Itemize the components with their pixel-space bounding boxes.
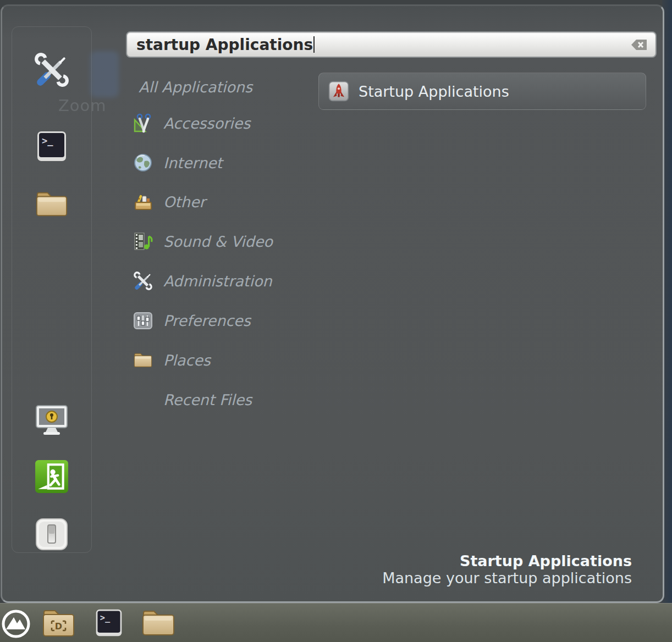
category-recent-files[interactable]: Recent Files [163,389,252,410]
category-internet[interactable]: Internet [133,152,222,173]
globe-icon [133,153,153,173]
filmstrip-note-icon [133,231,153,251]
desktop-folder-button[interactable]: D [41,607,76,639]
terminal-button[interactable]: >_ [36,130,67,162]
svg-text:>_: >_ [100,613,111,623]
folder-icon [35,189,69,219]
selection-info: Startup Applications Manage your startup… [382,552,632,586]
result-startup-applications[interactable]: Startup Applications [318,73,646,110]
category-other[interactable]: Other [133,191,206,212]
category-sound-video[interactable]: Sound & Video [133,231,273,252]
search-input[interactable]: startup Applications [126,31,657,58]
favorites-sidebar: >_ [12,26,92,553]
search-value: startup Applications [136,36,313,54]
accessories-icon [133,113,153,133]
desktop-folder-icon: D [41,607,76,639]
wrench-screwdriver-icon [133,271,153,291]
logout-button[interactable] [35,460,69,495]
svg-text:D: D [55,621,62,632]
terminal-icon: >_ [36,130,67,162]
menu-button[interactable] [1,608,32,639]
folder-icon [141,608,176,638]
category-administration[interactable]: Administration [133,270,272,291]
terminal-icon: >_ [94,608,124,637]
terminal-button[interactable]: >_ [94,608,124,637]
shutdown-button[interactable] [35,517,69,551]
background-window-ghost [90,51,119,97]
power-switch-icon [35,517,69,551]
files-button[interactable] [141,608,176,638]
rocket-icon [328,81,349,102]
text-caret [313,36,315,53]
category-preferences[interactable]: Preferences [133,310,251,331]
toolbox-icon [133,192,153,212]
svg-text:>_: >_ [42,135,53,146]
lock-screen-icon [34,403,70,439]
taskbar: D >_ [0,603,672,642]
mint-mountain-logo [1,608,32,639]
category-places[interactable]: Places [133,350,211,370]
mint-menu-panel: Zoom >_ [1,4,664,603]
category-all-applications[interactable]: All Applications [139,76,252,97]
system-tools-button[interactable] [34,52,70,88]
result-label: Startup Applications [359,83,509,100]
selection-subtitle: Manage your startup applications [382,569,632,586]
sliders-icon [133,311,153,330]
wrench-screwdriver-icon [34,52,70,88]
clear-backspace-icon[interactable] [631,38,648,51]
file-manager-button[interactable] [35,189,69,219]
lock-screen-button[interactable] [34,403,70,439]
folder-icon [133,350,153,370]
logout-door-icon [35,460,69,495]
selection-title: Startup Applications [382,552,632,569]
category-accessories[interactable]: Accessories [133,113,250,134]
